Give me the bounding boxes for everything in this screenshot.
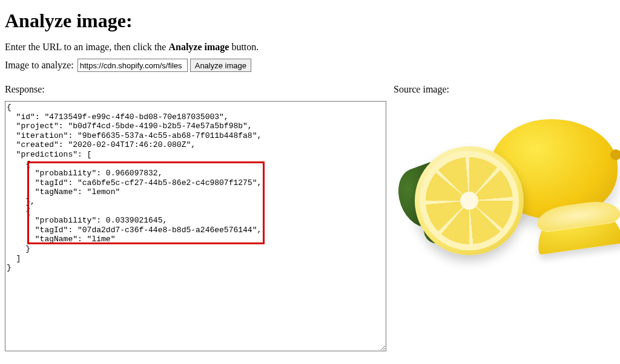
instruction-text: Enter the URL to an image, then click th…: [5, 42, 615, 53]
instruction-prefix: Enter the URL to an image, then click th…: [5, 42, 168, 52]
lemon-wedge: [536, 207, 620, 258]
page-title: Analyze image:: [5, 10, 615, 32]
source-image-label: Source image:: [394, 84, 620, 95]
image-url-label: Image to analyze:: [5, 60, 74, 71]
lemon-half: [415, 146, 524, 255]
response-label: Response:: [5, 84, 386, 95]
instruction-suffix: button.: [229, 42, 259, 52]
source-image: [394, 101, 620, 264]
lemon-center: [460, 192, 478, 210]
analyze-form-row: Image to analyze: Analyze image: [5, 59, 615, 72]
image-url-input[interactable]: [78, 59, 188, 72]
response-textarea[interactable]: [5, 101, 386, 351]
analyze-image-button[interactable]: Analyze image: [190, 59, 251, 72]
instruction-bold: Analyze image: [168, 42, 229, 52]
